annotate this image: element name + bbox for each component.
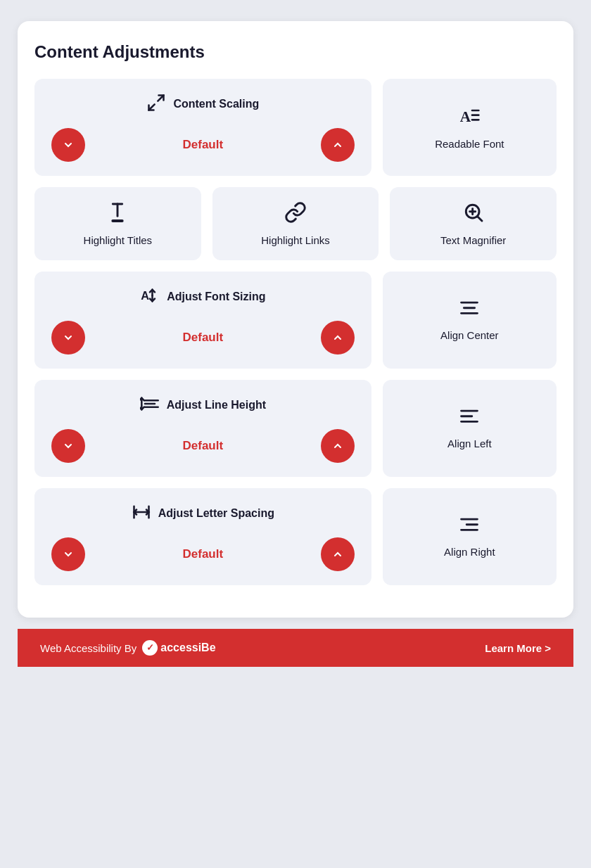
text-magnifier-icon	[462, 201, 485, 227]
adjust-letter-spacing-icon	[132, 502, 151, 525]
align-center-label: Align Center	[440, 329, 499, 341]
text-magnifier-label: Text Magnifier	[440, 234, 506, 246]
align-left-card[interactable]: Align Left	[383, 380, 557, 477]
adjust-line-height-header: Adjust Line Height	[140, 394, 266, 416]
content-scaling-increase[interactable]	[321, 128, 355, 162]
adjust-font-sizing-label: Adjust Font Sizing	[167, 291, 265, 303]
text-magnifier-card[interactable]: Text Magnifier	[390, 187, 557, 260]
content-scaling-card: Content Scaling Default	[34, 79, 371, 176]
highlight-titles-label: Highlight Titles	[84, 234, 153, 246]
row-1: Content Scaling Default A	[34, 79, 557, 176]
adjust-font-sizing-value: Default	[85, 331, 321, 345]
learn-more-button[interactable]: Learn More >	[485, 642, 551, 654]
adjust-line-height-label: Adjust Line Height	[167, 399, 266, 411]
adjust-font-sizing-increase[interactable]	[321, 321, 355, 355]
adjust-font-sizing-card: A Adjust Font Sizing Default	[34, 272, 371, 369]
readable-font-card[interactable]: A Readable Font	[383, 79, 557, 176]
adjust-line-height-icon	[140, 394, 160, 416]
accessibe-check-icon: ✓	[142, 640, 158, 656]
web-accessibility-text: Web Accessibility By	[40, 642, 136, 654]
accessibe-logo: ✓ accessiBe	[142, 640, 215, 656]
align-right-label: Align Right	[444, 546, 495, 558]
bottom-bar: Web Accessibility By ✓ accessiBe Learn M…	[18, 629, 573, 667]
row-3: A Adjust Font Sizing Default	[34, 272, 557, 369]
adjust-font-sizing-icon: A	[140, 286, 160, 308]
highlight-titles-icon	[106, 201, 129, 227]
svg-line-10	[478, 217, 482, 221]
adjust-line-height-controls: Default	[51, 429, 355, 463]
content-scaling-decrease[interactable]	[51, 128, 85, 162]
content-scaling-controls: Default	[51, 128, 355, 162]
content-scaling-value: Default	[85, 138, 321, 152]
adjust-font-sizing-header: A Adjust Font Sizing	[140, 286, 265, 308]
adjust-line-height-card: Adjust Line Height Default	[34, 380, 371, 477]
align-right-card[interactable]: Align Right	[383, 488, 557, 585]
adjust-letter-spacing-increase[interactable]	[321, 537, 355, 571]
svg-text:A: A	[141, 289, 149, 302]
adjust-letter-spacing-header: Adjust Letter Spacing	[132, 502, 274, 525]
panel-title: Content Adjustments	[34, 42, 557, 62]
adjust-line-height-decrease[interactable]	[51, 429, 85, 463]
readable-font-icon: A	[458, 105, 481, 131]
align-center-icon	[458, 299, 481, 322]
adjust-letter-spacing-card: Adjust Letter Spacing Default	[34, 488, 371, 585]
row-2: Highlight Titles Highlight Links Tex	[34, 187, 557, 260]
content-scaling-icon	[146, 93, 166, 115]
align-left-label: Align Left	[447, 438, 492, 449]
adjust-letter-spacing-decrease[interactable]	[51, 537, 85, 571]
highlight-links-card[interactable]: Highlight Links	[212, 187, 379, 260]
highlight-links-label: Highlight Links	[261, 234, 330, 246]
learn-more-label: Learn More >	[485, 642, 551, 654]
row-4: Adjust Line Height Default Alig	[34, 380, 557, 477]
content-scaling-header: Content Scaling	[146, 93, 259, 115]
adjust-line-height-increase[interactable]	[321, 429, 355, 463]
adjust-letter-spacing-value: Default	[85, 547, 321, 561]
row-5: Adjust Letter Spacing Default A	[34, 488, 557, 585]
adjust-line-height-value: Default	[85, 439, 321, 453]
content-scaling-label: Content Scaling	[173, 98, 259, 110]
align-center-card[interactable]: Align Center	[383, 272, 557, 369]
svg-text:A: A	[460, 108, 471, 125]
highlight-titles-card[interactable]: Highlight Titles	[34, 187, 201, 260]
adjust-font-sizing-decrease[interactable]	[51, 321, 85, 355]
accessibe-brand: accessiBe	[160, 642, 215, 654]
adjust-letter-spacing-controls: Default	[51, 537, 355, 571]
adjust-letter-spacing-label: Adjust Letter Spacing	[158, 507, 274, 520]
readable-font-label: Readable Font	[435, 138, 504, 150]
content-adjustments-panel: Content Adjustments Content Scaling	[18, 21, 573, 618]
bottom-bar-left: Web Accessibility By ✓ accessiBe	[40, 640, 216, 656]
align-left-icon	[458, 407, 481, 430]
adjust-font-sizing-controls: Default	[51, 321, 355, 355]
highlight-links-icon	[284, 201, 307, 227]
align-right-icon	[458, 516, 481, 539]
